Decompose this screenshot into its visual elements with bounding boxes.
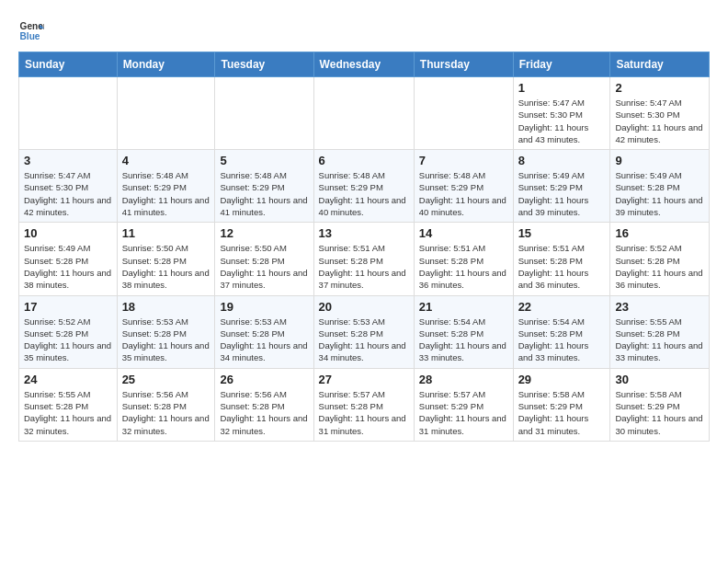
day-info: Sunrise: 5:51 AM Sunset: 5:28 PM Dayligh… [419,242,508,291]
day-info: Sunrise: 5:55 AM Sunset: 5:28 PM Dayligh… [615,316,704,364]
calendar-cell [414,77,513,150]
day-info: Sunrise: 5:52 AM Sunset: 5:28 PM Dayligh… [24,316,112,364]
calendar-cell: 20Sunrise: 5:53 AM Sunset: 5:28 PM Dayli… [313,295,414,368]
day-info: Sunrise: 5:53 AM Sunset: 5:28 PM Dayligh… [220,316,308,364]
calendar-cell [313,77,414,150]
calendar-header-row: SundayMondayTuesdayWednesdayThursdayFrid… [19,52,710,77]
calendar-table: SundayMondayTuesdayWednesdayThursdayFrid… [18,52,710,442]
day-info: Sunrise: 5:53 AM Sunset: 5:28 PM Dayligh… [122,316,210,364]
calendar-cell: 8Sunrise: 5:49 AM Sunset: 5:29 PM Daylig… [513,150,610,223]
calendar-cell: 13Sunrise: 5:51 AM Sunset: 5:28 PM Dayli… [313,223,414,295]
calendar-cell: 17Sunrise: 5:52 AM Sunset: 5:28 PM Dayli… [19,295,118,368]
day-info: Sunrise: 5:50 AM Sunset: 5:28 PM Dayligh… [220,242,308,291]
day-number: 18 [122,300,210,314]
day-info: Sunrise: 5:48 AM Sunset: 5:29 PM Dayligh… [319,169,409,218]
day-info: Sunrise: 5:48 AM Sunset: 5:29 PM Dayligh… [419,169,508,218]
day-info: Sunrise: 5:47 AM Sunset: 5:30 PM Dayligh… [518,97,606,145]
day-number: 29 [518,373,606,386]
calendar-week-row: 24Sunrise: 5:55 AM Sunset: 5:28 PM Dayli… [19,368,710,441]
day-number: 27 [319,373,409,386]
day-number: 23 [615,300,704,314]
day-number: 9 [615,154,704,167]
day-number: 5 [220,154,308,167]
calendar-cell: 27Sunrise: 5:57 AM Sunset: 5:28 PM Dayli… [313,368,414,441]
day-number: 19 [220,300,308,314]
day-info: Sunrise: 5:56 AM Sunset: 5:28 PM Dayligh… [220,388,308,437]
calendar-cell: 23Sunrise: 5:55 AM Sunset: 5:28 PM Dayli… [610,295,710,368]
day-number: 10 [24,226,112,240]
calendar-cell: 22Sunrise: 5:54 AM Sunset: 5:28 PM Dayli… [513,295,610,368]
day-info: Sunrise: 5:54 AM Sunset: 5:28 PM Dayligh… [518,316,606,364]
svg-text:Blue: Blue [20,31,40,41]
calendar-day-header: Wednesday [313,52,414,77]
calendar-cell: 4Sunrise: 5:48 AM Sunset: 5:29 PM Daylig… [117,150,215,223]
calendar-day-header: Sunday [19,52,118,77]
day-info: Sunrise: 5:52 AM Sunset: 5:28 PM Dayligh… [615,242,704,291]
day-number: 11 [122,226,210,240]
day-number: 26 [220,373,308,386]
day-number: 20 [319,300,409,314]
calendar-cell: 19Sunrise: 5:53 AM Sunset: 5:28 PM Dayli… [215,295,313,368]
calendar-cell: 29Sunrise: 5:58 AM Sunset: 5:29 PM Dayli… [513,368,610,441]
day-number: 6 [319,154,409,167]
day-number: 30 [615,373,704,386]
calendar-cell: 14Sunrise: 5:51 AM Sunset: 5:28 PM Dayli… [414,223,513,295]
calendar-body: 1Sunrise: 5:47 AM Sunset: 5:30 PM Daylig… [19,77,710,442]
day-info: Sunrise: 5:58 AM Sunset: 5:29 PM Dayligh… [615,388,704,437]
calendar-cell: 3Sunrise: 5:47 AM Sunset: 5:30 PM Daylig… [19,150,118,223]
logo: General Blue [18,18,44,44]
calendar-cell: 2Sunrise: 5:47 AM Sunset: 5:30 PM Daylig… [610,77,710,150]
day-info: Sunrise: 5:54 AM Sunset: 5:28 PM Dayligh… [419,316,508,364]
day-number: 28 [419,373,508,386]
day-info: Sunrise: 5:49 AM Sunset: 5:29 PM Dayligh… [518,169,606,218]
calendar-cell: 1Sunrise: 5:47 AM Sunset: 5:30 PM Daylig… [513,77,610,150]
calendar-cell: 30Sunrise: 5:58 AM Sunset: 5:29 PM Dayli… [610,368,710,441]
day-info: Sunrise: 5:57 AM Sunset: 5:28 PM Dayligh… [319,388,409,437]
day-number: 14 [419,226,508,240]
calendar-cell: 21Sunrise: 5:54 AM Sunset: 5:28 PM Dayli… [414,295,513,368]
calendar-cell [215,77,313,150]
calendar-cell: 10Sunrise: 5:49 AM Sunset: 5:28 PM Dayli… [19,223,118,295]
calendar-cell: 7Sunrise: 5:48 AM Sunset: 5:29 PM Daylig… [414,150,513,223]
calendar-week-row: 10Sunrise: 5:49 AM Sunset: 5:28 PM Dayli… [19,223,710,295]
calendar-day-header: Monday [117,52,215,77]
day-number: 12 [220,226,308,240]
day-info: Sunrise: 5:57 AM Sunset: 5:29 PM Dayligh… [419,388,508,437]
calendar-cell: 5Sunrise: 5:48 AM Sunset: 5:29 PM Daylig… [215,150,313,223]
calendar-day-header: Thursday [414,52,513,77]
calendar-week-row: 1Sunrise: 5:47 AM Sunset: 5:30 PM Daylig… [19,77,710,150]
calendar-day-header: Saturday [610,52,710,77]
calendar-cell: 12Sunrise: 5:50 AM Sunset: 5:28 PM Dayli… [215,223,313,295]
header: General Blue [18,15,710,44]
day-info: Sunrise: 5:51 AM Sunset: 5:28 PM Dayligh… [518,242,606,291]
day-number: 25 [122,373,210,386]
calendar-cell: 16Sunrise: 5:52 AM Sunset: 5:28 PM Dayli… [610,223,710,295]
day-info: Sunrise: 5:58 AM Sunset: 5:29 PM Dayligh… [518,388,606,437]
calendar-week-row: 17Sunrise: 5:52 AM Sunset: 5:28 PM Dayli… [19,295,710,368]
day-number: 13 [319,226,409,240]
day-number: 16 [615,226,704,240]
day-number: 4 [122,154,210,167]
calendar-week-row: 3Sunrise: 5:47 AM Sunset: 5:30 PM Daylig… [19,150,710,223]
day-info: Sunrise: 5:47 AM Sunset: 5:30 PM Dayligh… [24,169,112,218]
calendar-cell [19,77,118,150]
calendar-cell: 26Sunrise: 5:56 AM Sunset: 5:28 PM Dayli… [215,368,313,441]
day-info: Sunrise: 5:51 AM Sunset: 5:28 PM Dayligh… [319,242,409,291]
calendar-cell: 6Sunrise: 5:48 AM Sunset: 5:29 PM Daylig… [313,150,414,223]
day-number: 3 [24,154,112,167]
calendar-cell: 11Sunrise: 5:50 AM Sunset: 5:28 PM Dayli… [117,223,215,295]
calendar-day-header: Tuesday [215,52,313,77]
calendar-cell: 25Sunrise: 5:56 AM Sunset: 5:28 PM Dayli… [117,368,215,441]
day-number: 15 [518,226,606,240]
day-number: 8 [518,154,606,167]
calendar-cell: 15Sunrise: 5:51 AM Sunset: 5:28 PM Dayli… [513,223,610,295]
calendar-cell: 24Sunrise: 5:55 AM Sunset: 5:28 PM Dayli… [19,368,118,441]
calendar-cell [117,77,215,150]
day-info: Sunrise: 5:53 AM Sunset: 5:28 PM Dayligh… [319,316,409,364]
calendar-cell: 28Sunrise: 5:57 AM Sunset: 5:29 PM Dayli… [414,368,513,441]
day-info: Sunrise: 5:55 AM Sunset: 5:28 PM Dayligh… [24,388,112,437]
day-number: 2 [615,81,704,95]
day-number: 21 [419,300,508,314]
day-number: 17 [24,300,112,314]
day-info: Sunrise: 5:49 AM Sunset: 5:28 PM Dayligh… [615,169,704,218]
